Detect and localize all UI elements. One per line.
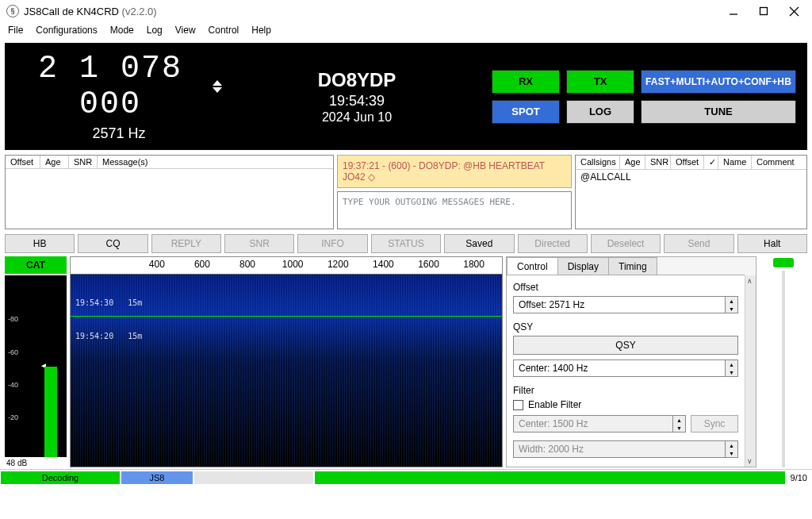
deselect-button[interactable]: Deselect <box>591 234 661 253</box>
svg-rect-1 <box>760 8 768 15</box>
rx-button[interactable]: RX <box>492 70 560 94</box>
center-spinbox[interactable]: ▲▼ <box>513 359 738 377</box>
col-snr[interactable]: SNR <box>69 156 98 168</box>
status-button[interactable]: STATUS <box>371 234 441 253</box>
callsign-display: DO8YDP <box>238 69 476 91</box>
enable-filter-label: Enable Filter <box>528 399 581 410</box>
col-age[interactable]: Age <box>40 156 69 168</box>
meter-bar <box>44 367 57 458</box>
freq-up-arrow[interactable] <box>213 80 222 86</box>
waterfall-display[interactable]: 19:54:30 15m 19:54:20 15m <box>71 275 502 467</box>
tab-control[interactable]: Control <box>507 257 558 275</box>
tx-button[interactable]: TX <box>566 70 634 94</box>
offset-label: Offset <box>513 282 738 293</box>
tab-timing[interactable]: Timing <box>608 257 657 275</box>
offset-up-icon[interactable]: ▲ <box>726 297 737 305</box>
tab-display[interactable]: Display <box>557 257 609 275</box>
titlebar: § JS8Call de KN4CRD (v2.2.0) <box>0 0 812 22</box>
menu-help[interactable]: Help <box>251 25 271 36</box>
tune-button[interactable]: TUNE <box>641 100 796 124</box>
top-panel: 2 1 078 000 2571 Hz DO8YDP 19:54:39 2024… <box>5 43 807 150</box>
frequency-display[interactable]: 2 1 078 000 <box>16 51 222 122</box>
clock-display: 19:54:39 <box>238 93 476 110</box>
sync-button[interactable]: Sync <box>691 415 738 432</box>
filter-width-input[interactable] <box>514 441 725 457</box>
menu-log[interactable]: Log <box>147 25 163 36</box>
offset-spinbox[interactable]: ▲▼ <box>513 296 738 313</box>
slider-knob[interactable] <box>773 258 794 267</box>
offset-down-icon[interactable]: ▼ <box>726 305 737 313</box>
info-button[interactable]: INFO <box>297 234 367 253</box>
offset-hz-display: 2571 Hz <box>16 125 222 142</box>
menu-configurations[interactable]: Configurations <box>36 25 97 36</box>
snr-button[interactable]: SNR <box>224 234 294 253</box>
col-comment[interactable]: Comment <box>752 156 806 169</box>
offset-input[interactable] <box>514 297 725 313</box>
reply-button[interactable]: REPLY <box>151 234 221 253</box>
center-input[interactable] <box>514 360 725 376</box>
col-offset[interactable]: Offset <box>6 156 40 168</box>
maximize-button[interactable] <box>758 6 769 17</box>
mode-button[interactable]: FAST+MULTI+AUTO+CONF+HB <box>641 70 796 94</box>
qsy-label: QSY <box>513 321 738 333</box>
col-snr2[interactable]: SNR <box>645 156 671 169</box>
call-row-allcall[interactable]: @ALLCALL <box>576 170 806 184</box>
menu-mode[interactable]: Mode <box>110 25 134 36</box>
col-check[interactable]: ✓ <box>704 156 718 169</box>
saved-button[interactable]: Saved <box>444 234 514 253</box>
callsigns-panel: Callsigns Age SNR Offset ✓ Name Comment … <box>575 155 807 229</box>
log-button[interactable]: LOG <box>566 100 634 124</box>
waterfall-marker-line <box>71 316 502 317</box>
frequency-ruler[interactable]: 400 600 800 1000 1200 1400 1600 1800 <box>71 257 502 275</box>
status-js8: JS8 <box>121 471 193 484</box>
filter-center-input[interactable] <box>514 416 672 432</box>
close-button[interactable] <box>788 6 799 17</box>
hb-button[interactable]: HB <box>5 234 75 253</box>
window-title: JS8Call de KN4CRD <box>24 6 119 17</box>
menu-control[interactable]: Control <box>209 25 239 36</box>
status-seg-gray <box>194 471 313 484</box>
menu-view[interactable]: View <box>175 25 196 36</box>
col-name[interactable]: Name <box>718 156 752 169</box>
menu-file[interactable]: File <box>8 25 23 36</box>
app-icon: § <box>6 5 19 17</box>
date-display: 2024 Jun 10 <box>238 110 476 125</box>
scroll-up-icon[interactable]: ∧ <box>747 277 753 285</box>
status-progress <box>315 471 785 484</box>
db-label: 48 dB <box>5 459 67 467</box>
version-label: (v2.2.0) <box>122 6 157 17</box>
minimize-button[interactable] <box>728 6 739 17</box>
halt-button[interactable]: Halt <box>737 234 807 253</box>
control-tab-body: Offset ▲▼ QSY QSY ▲▼ Filter Enable Filte… <box>507 275 745 467</box>
qsy-button[interactable]: QSY <box>513 336 738 355</box>
freq-down-arrow[interactable] <box>213 87 222 93</box>
col-age2[interactable]: Age <box>620 156 645 169</box>
slider-track <box>782 271 785 467</box>
col-messages[interactable]: Message(s) <box>98 156 333 168</box>
heartbeat-message[interactable]: 19:37:21 - (600) - DO8YDP: @HB HEARTBEAT… <box>337 155 572 188</box>
center-down-icon[interactable]: ▼ <box>726 368 737 376</box>
status-bar: Decoding JS8 9/10 <box>0 469 812 485</box>
filter-center-spinbox[interactable]: ▲▼ <box>513 415 686 432</box>
cq-button[interactable]: CQ <box>78 234 147 253</box>
action-button-row: HB CQ REPLY SNR INFO STATUS Saved Direct… <box>0 231 812 256</box>
status-decoding: Decoding <box>1 471 120 484</box>
cat-button[interactable]: CAT <box>5 256 67 274</box>
filter-width-spinbox[interactable]: ▲▼ <box>513 440 738 458</box>
outgoing-textbox[interactable]: TYPE YOUR OUTGOING MESSAGES HERE. <box>337 191 572 229</box>
col-offset2[interactable]: Offset <box>671 156 704 169</box>
messages-panel: Offset Age SNR Message(s) <box>5 155 334 229</box>
status-ratio: 9/10 <box>786 473 812 482</box>
scroll-down-icon[interactable]: ∨ <box>747 457 753 465</box>
directed-button[interactable]: Directed <box>518 234 588 253</box>
frequency-value: 2 1 078 000 <box>16 51 205 122</box>
spot-button[interactable]: SPOT <box>492 100 560 124</box>
center-up-icon[interactable]: ▲ <box>726 360 737 368</box>
scrollbar[interactable]: ∧ ∨ <box>745 275 756 467</box>
menubar: File Configurations Mode Log View Contro… <box>0 22 812 40</box>
filter-label: Filter <box>513 385 738 396</box>
col-callsigns[interactable]: Callsigns <box>576 156 620 169</box>
gain-slider[interactable] <box>760 256 807 467</box>
send-button[interactable]: Send <box>664 234 733 253</box>
enable-filter-checkbox[interactable] <box>513 400 523 410</box>
